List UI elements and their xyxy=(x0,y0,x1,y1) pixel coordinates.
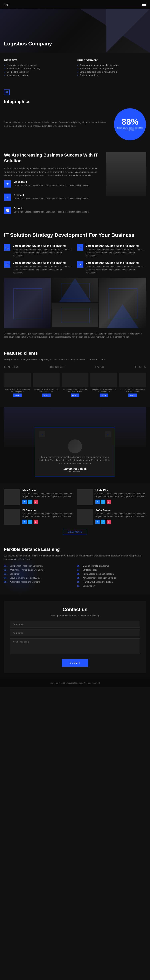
infographics-section: 01 Infographics Nascetur ridiculus mus m… xyxy=(0,83,150,146)
logo: logo xyxy=(4,3,10,6)
hero-triangles xyxy=(60,9,150,53)
strategy-item-title: Lorem product featured for the full hear… xyxy=(13,261,73,264)
flexible-item: 07. Off-Road Trailer xyxy=(77,569,146,571)
visualize-icon: 👁 xyxy=(4,180,11,188)
message-input[interactable] xyxy=(10,638,140,654)
twitter-icon[interactable]: t xyxy=(101,520,106,524)
view-more-button[interactable]: VIEW MORE xyxy=(63,529,87,535)
flexible-item: 10. Plant Layout Organ/Production xyxy=(77,581,146,583)
team-img-3 xyxy=(4,509,20,525)
flexible-bg xyxy=(0,555,40,595)
team-info-2: Linda Kim Eros amet vulputate aliquam nu… xyxy=(95,489,146,504)
client-item-2: Sample title. Click to select the Text. … xyxy=(33,373,60,397)
team-info-3: Di Dawson Eros amet vulputate aliquam nu… xyxy=(22,509,73,524)
feature-desc: Lorem risit. 'Click to select the font. … xyxy=(14,184,89,187)
social-icons-3: f t ◉ xyxy=(22,520,73,524)
team-desc-2: Eros amet vulputate aliquam nullam. Non … xyxy=(95,492,146,498)
section-number: 01 xyxy=(4,89,9,95)
infographics-title: Infographics xyxy=(4,99,146,104)
client-label-1: Sample title. Click to select the Text. … xyxy=(4,388,31,393)
client-logo-tesla: TESLA xyxy=(134,365,146,369)
submit-button[interactable]: SUBMIT xyxy=(62,659,88,667)
strategy-text-2: Lorem product featured for the full hear… xyxy=(86,244,146,257)
big-percentage: 88% xyxy=(122,118,138,126)
company-item: Ornare arcu odio ut sem nulla pharetra xyxy=(77,71,146,73)
menu-line xyxy=(142,5,146,6)
client-label-5: Sample title. Click to select the Text. … xyxy=(119,388,146,393)
facebook-icon[interactable]: f xyxy=(95,500,100,504)
client-more-btn-4[interactable]: MORE xyxy=(99,393,108,397)
next-arrow[interactable]: › xyxy=(105,431,111,438)
instagram-icon[interactable]: ◉ xyxy=(33,500,38,504)
team-member-2: Linda Kim Eros amet vulputate aliquam nu… xyxy=(77,489,146,505)
hero-section: Logistics Company xyxy=(0,9,150,53)
twitter-icon[interactable]: t xyxy=(28,520,32,524)
contact-inner: Contact us Lorem ipsum dolor sit amet, c… xyxy=(4,601,146,673)
twitter-icon[interactable]: t xyxy=(101,500,106,504)
team-name-2: Linda Kim xyxy=(95,489,146,492)
create-icon: ✏ xyxy=(4,194,11,201)
architecture-img-4 xyxy=(99,278,146,328)
architecture-img-1 xyxy=(4,278,51,328)
client-item-3: Sample title. Click to select the Text. … xyxy=(62,373,88,397)
client-img-3 xyxy=(62,373,88,387)
client-more-btn-2[interactable]: MORE xyxy=(42,393,51,397)
client-img-2 xyxy=(33,373,60,387)
twitter-icon[interactable]: t xyxy=(28,500,32,504)
facebook-icon[interactable]: f xyxy=(22,520,27,524)
feature-desc: Lorem risit. 'Click to select the font. … xyxy=(14,210,89,213)
clients-title: Featured clients xyxy=(4,351,146,356)
client-more-btn-3[interactable]: MORE xyxy=(71,393,79,397)
facebook-icon[interactable]: f xyxy=(22,500,27,504)
benefits-col2: Our Company At Arcu dui vivamus arcu fel… xyxy=(77,59,146,78)
benefit-item: Get insights that inform xyxy=(4,71,73,73)
infographics-desc: Nascetur ridiculus mus mauris vitae ultr… xyxy=(4,121,110,128)
client-img-5 xyxy=(119,373,146,387)
team-info-1: Nina Scam Eros amet vulputate aliquam nu… xyxy=(22,489,73,504)
strategy-item-title: Lorem product featured for the full hear… xyxy=(86,244,146,247)
strategy-num-3: 03 xyxy=(4,261,10,267)
prev-arrow[interactable]: ‹ xyxy=(39,431,45,438)
menu-line xyxy=(142,4,146,5)
footer-text: Copyright © 2023 Logistics Company. All … xyxy=(50,682,100,684)
client-more-btn-1[interactable]: MORE xyxy=(13,393,22,397)
team-member-1: Nina Scam Eros amet vulputate aliquam nu… xyxy=(4,489,73,505)
strategy-item-3: 03 Lorem product featured for the full h… xyxy=(4,261,73,274)
benefits-col1: Benefits Streamline analytics processes … xyxy=(4,59,73,78)
menu-line xyxy=(142,3,146,3)
strategy-item-desc: Lorem product featured for the full hear… xyxy=(13,248,73,257)
strategy-item-desc: Lorem product featured for the full hear… xyxy=(86,265,146,274)
team-desc-3: Eros amet vulputate aliquam nullam. Non … xyxy=(22,512,73,518)
flexible-item: 08. Human Resources Optimization xyxy=(77,573,146,575)
strategy-text-4: Lorem product featured for the full hear… xyxy=(86,261,146,274)
contact-title: Contact us xyxy=(10,607,140,612)
clients-logos: CROLLA BINANCE EVSA TESLA xyxy=(4,365,146,369)
strategy-item-2: 02 Lorem product featured for the full h… xyxy=(77,244,146,257)
feature-desc: Lorem risit. 'Click to select the font. … xyxy=(14,197,89,200)
instagram-icon[interactable]: ◉ xyxy=(33,520,38,524)
facebook-icon[interactable]: f xyxy=(95,520,100,524)
infographics-content: Nascetur ridiculus mus mauris vitae ultr… xyxy=(4,108,146,140)
clients-items: Sample title. Click to select the Text. … xyxy=(4,373,146,397)
flexible-section: Flexible Distance Learning We provide fl… xyxy=(0,541,150,595)
instagram-icon[interactable]: ◉ xyxy=(107,500,111,504)
benefit-item: Smarter Al and predictive planning xyxy=(4,67,73,70)
testimonial-role: See more about xyxy=(39,470,111,473)
testimonial-section: ‹ › Lorem risit. Lorem consectetur adipi… xyxy=(0,407,150,483)
features-list: 👁 Visualize it Lorem risit. 'Click to se… xyxy=(4,180,102,216)
email-input[interactable] xyxy=(10,630,140,636)
client-label-3: Sample title. Click to select the Text. … xyxy=(62,388,88,393)
client-label-2: Sample title. Click to select the Text. … xyxy=(33,388,60,393)
benefits-section: Benefits Streamline analytics processes … xyxy=(0,53,150,83)
flexible-col2: 06. Material Handling Systems 07. Off-Ro… xyxy=(77,565,146,589)
clients-section: Featured clients Ferragat dolor sit amet… xyxy=(0,345,150,407)
flexible-item: 06. Material Handling Systems xyxy=(77,565,146,567)
benefit-item: Visualize your decision xyxy=(4,74,73,76)
client-more-btn-5[interactable]: MORE xyxy=(128,393,137,397)
menu-button[interactable] xyxy=(142,3,146,6)
team-name-4: Sofia Brown xyxy=(95,509,146,512)
instagram-icon[interactable]: ◉ xyxy=(107,520,111,524)
name-input[interactable] xyxy=(10,621,140,627)
feature-item: 📈 Grow it Lorem risit. 'Click to select … xyxy=(4,207,102,216)
client-img-1 xyxy=(4,373,31,387)
